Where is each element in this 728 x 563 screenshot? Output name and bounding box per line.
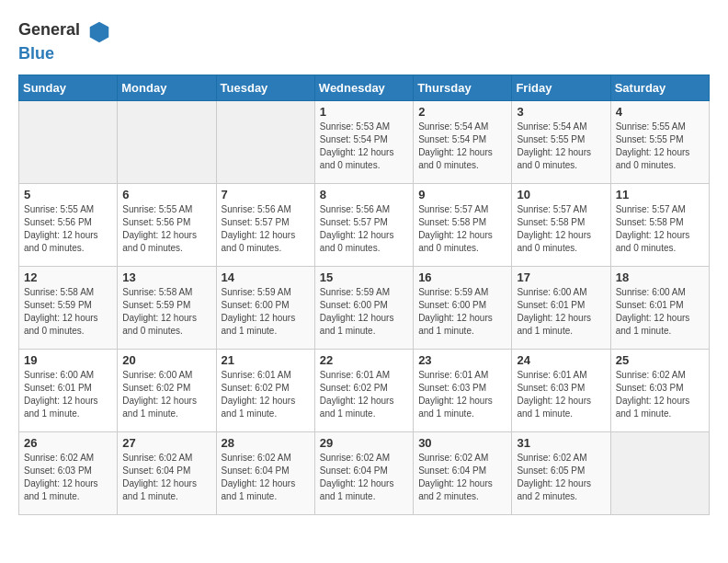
cell-info: Sunrise: 6:02 AM Sunset: 6:04 PM Dayligh… xyxy=(222,452,310,503)
cell-info: Sunrise: 5:56 AM Sunset: 5:57 PM Dayligh… xyxy=(320,203,408,255)
day-number: 3 xyxy=(517,105,605,119)
cell-info: Sunrise: 5:59 AM Sunset: 6:00 PM Dayligh… xyxy=(418,286,506,338)
cell-info: Sunrise: 5:55 AM Sunset: 5:55 PM Dayligh… xyxy=(616,121,704,172)
week-row-2: 5Sunrise: 5:55 AM Sunset: 5:56 PM Daylig… xyxy=(19,184,710,267)
calendar-cell: 31Sunrise: 6:02 AM Sunset: 6:05 PM Dayli… xyxy=(512,432,610,515)
calendar-cell: 1Sunrise: 5:53 AM Sunset: 5:54 PM Daylig… xyxy=(314,101,413,184)
day-number: 11 xyxy=(616,188,704,201)
weekday-header-saturday: Saturday xyxy=(610,75,709,101)
week-row-3: 12Sunrise: 5:58 AM Sunset: 5:59 PM Dayli… xyxy=(19,267,710,350)
day-number: 17 xyxy=(517,270,605,284)
calendar-cell: 23Sunrise: 6:01 AM Sunset: 6:03 PM Dayli… xyxy=(414,350,512,432)
calendar-cell: 27Sunrise: 6:02 AM Sunset: 6:04 PM Dayli… xyxy=(118,432,216,515)
cell-info: Sunrise: 6:01 AM Sunset: 6:03 PM Dayligh… xyxy=(517,369,605,420)
logo-text: General Blue xyxy=(18,18,112,63)
page-header: General Blue xyxy=(18,18,710,63)
calendar-cell: 2Sunrise: 5:54 AM Sunset: 5:54 PM Daylig… xyxy=(414,101,512,184)
cell-info: Sunrise: 6:00 AM Sunset: 6:01 PM Dayligh… xyxy=(616,286,704,338)
cell-info: Sunrise: 5:53 AM Sunset: 5:54 PM Dayligh… xyxy=(320,121,408,172)
calendar-cell: 17Sunrise: 6:00 AM Sunset: 6:01 PM Dayli… xyxy=(512,267,610,350)
calendar-cell: 15Sunrise: 5:59 AM Sunset: 6:00 PM Dayli… xyxy=(314,267,413,350)
day-number: 8 xyxy=(320,188,408,201)
calendar-cell xyxy=(216,101,314,184)
calendar-cell: 21Sunrise: 6:01 AM Sunset: 6:02 PM Dayli… xyxy=(216,350,314,432)
day-number: 18 xyxy=(616,270,704,284)
day-number: 15 xyxy=(320,270,408,284)
calendar-cell: 25Sunrise: 6:02 AM Sunset: 6:03 PM Dayli… xyxy=(610,350,709,432)
day-number: 19 xyxy=(24,353,112,367)
day-number: 28 xyxy=(222,436,310,450)
cell-info: Sunrise: 5:58 AM Sunset: 5:59 PM Dayligh… xyxy=(122,286,210,338)
cell-info: Sunrise: 5:55 AM Sunset: 5:56 PM Dayligh… xyxy=(122,203,210,255)
week-row-5: 26Sunrise: 6:02 AM Sunset: 6:03 PM Dayli… xyxy=(19,432,710,515)
calendar-cell xyxy=(610,432,709,515)
weekday-header-sunday: Sunday xyxy=(19,75,118,101)
cell-info: Sunrise: 6:00 AM Sunset: 6:02 PM Dayligh… xyxy=(122,369,210,420)
calendar-cell: 26Sunrise: 6:02 AM Sunset: 6:03 PM Dayli… xyxy=(19,432,118,515)
weekday-header-thursday: Thursday xyxy=(414,75,512,101)
weekday-header-wednesday: Wednesday xyxy=(314,75,413,101)
day-number: 26 xyxy=(24,436,112,450)
logo-general: General xyxy=(18,22,112,38)
day-number: 22 xyxy=(320,353,408,367)
cell-info: Sunrise: 6:01 AM Sunset: 6:02 PM Dayligh… xyxy=(320,369,408,420)
calendar-cell: 6Sunrise: 5:55 AM Sunset: 5:56 PM Daylig… xyxy=(118,184,216,267)
day-number: 25 xyxy=(616,353,704,367)
day-number: 30 xyxy=(418,436,506,450)
calendar-cell: 14Sunrise: 5:59 AM Sunset: 6:00 PM Dayli… xyxy=(216,267,314,350)
calendar-cell: 24Sunrise: 6:01 AM Sunset: 6:03 PM Dayli… xyxy=(512,350,610,432)
calendar-cell xyxy=(118,101,216,184)
cell-info: Sunrise: 5:54 AM Sunset: 5:55 PM Dayligh… xyxy=(517,121,605,172)
weekday-header-tuesday: Tuesday xyxy=(216,75,314,101)
cell-info: Sunrise: 6:02 AM Sunset: 6:03 PM Dayligh… xyxy=(616,369,704,420)
day-number: 7 xyxy=(222,188,310,201)
cell-info: Sunrise: 5:56 AM Sunset: 5:57 PM Dayligh… xyxy=(222,203,310,255)
weekday-header-friday: Friday xyxy=(512,75,610,101)
calendar-cell: 22Sunrise: 6:01 AM Sunset: 6:02 PM Dayli… xyxy=(314,350,413,432)
calendar-cell: 9Sunrise: 5:57 AM Sunset: 5:58 PM Daylig… xyxy=(414,184,512,267)
cell-info: Sunrise: 6:01 AM Sunset: 6:03 PM Dayligh… xyxy=(418,369,506,420)
cell-info: Sunrise: 5:57 AM Sunset: 5:58 PM Dayligh… xyxy=(517,203,605,255)
calendar-cell: 3Sunrise: 5:54 AM Sunset: 5:55 PM Daylig… xyxy=(512,101,610,184)
cell-info: Sunrise: 6:02 AM Sunset: 6:03 PM Dayligh… xyxy=(24,452,112,503)
day-number: 21 xyxy=(222,353,310,367)
calendar-cell: 20Sunrise: 6:00 AM Sunset: 6:02 PM Dayli… xyxy=(118,350,216,432)
calendar-cell: 8Sunrise: 5:56 AM Sunset: 5:57 PM Daylig… xyxy=(314,184,413,267)
calendar-cell: 28Sunrise: 6:02 AM Sunset: 6:04 PM Dayli… xyxy=(216,432,314,515)
logo: General Blue xyxy=(18,18,112,63)
calendar-cell xyxy=(19,101,118,184)
day-number: 16 xyxy=(418,270,506,284)
calendar-cell: 10Sunrise: 5:57 AM Sunset: 5:58 PM Dayli… xyxy=(512,184,610,267)
cell-info: Sunrise: 5:57 AM Sunset: 5:58 PM Dayligh… xyxy=(616,203,704,255)
cell-info: Sunrise: 5:59 AM Sunset: 6:00 PM Dayligh… xyxy=(320,286,408,338)
calendar-cell: 16Sunrise: 5:59 AM Sunset: 6:00 PM Dayli… xyxy=(414,267,512,350)
cell-info: Sunrise: 6:02 AM Sunset: 6:05 PM Dayligh… xyxy=(517,452,605,503)
cell-info: Sunrise: 5:55 AM Sunset: 5:56 PM Dayligh… xyxy=(24,203,112,255)
cell-info: Sunrise: 5:59 AM Sunset: 6:00 PM Dayligh… xyxy=(222,286,310,338)
calendar-cell: 12Sunrise: 5:58 AM Sunset: 5:59 PM Dayli… xyxy=(19,267,118,350)
calendar-cell: 19Sunrise: 6:00 AM Sunset: 6:01 PM Dayli… xyxy=(19,350,118,432)
cell-info: Sunrise: 6:02 AM Sunset: 6:04 PM Dayligh… xyxy=(122,452,210,503)
calendar-cell: 13Sunrise: 5:58 AM Sunset: 5:59 PM Dayli… xyxy=(118,267,216,350)
cell-info: Sunrise: 5:57 AM Sunset: 5:58 PM Dayligh… xyxy=(418,203,506,255)
day-number: 10 xyxy=(517,188,605,201)
calendar-cell: 11Sunrise: 5:57 AM Sunset: 5:58 PM Dayli… xyxy=(610,184,709,267)
calendar-cell: 18Sunrise: 6:00 AM Sunset: 6:01 PM Dayli… xyxy=(610,267,709,350)
day-number: 2 xyxy=(418,105,506,119)
calendar-cell: 5Sunrise: 5:55 AM Sunset: 5:56 PM Daylig… xyxy=(19,184,118,267)
day-number: 29 xyxy=(320,436,408,450)
day-number: 1 xyxy=(320,105,408,119)
day-number: 27 xyxy=(122,436,210,450)
day-number: 9 xyxy=(418,188,506,201)
calendar-table: SundayMondayTuesdayWednesdayThursdayFrid… xyxy=(18,75,710,515)
calendar-cell: 30Sunrise: 6:02 AM Sunset: 6:04 PM Dayli… xyxy=(414,432,512,515)
day-number: 20 xyxy=(122,353,210,367)
day-number: 5 xyxy=(24,188,112,201)
cell-info: Sunrise: 5:58 AM Sunset: 5:59 PM Dayligh… xyxy=(24,286,112,338)
svg-marker-0 xyxy=(89,22,108,42)
day-number: 13 xyxy=(122,270,210,284)
calendar-cell: 29Sunrise: 6:02 AM Sunset: 6:04 PM Dayli… xyxy=(314,432,413,515)
calendar-cell: 4Sunrise: 5:55 AM Sunset: 5:55 PM Daylig… xyxy=(610,101,709,184)
week-row-4: 19Sunrise: 6:00 AM Sunset: 6:01 PM Dayli… xyxy=(19,350,710,432)
day-number: 12 xyxy=(24,270,112,284)
